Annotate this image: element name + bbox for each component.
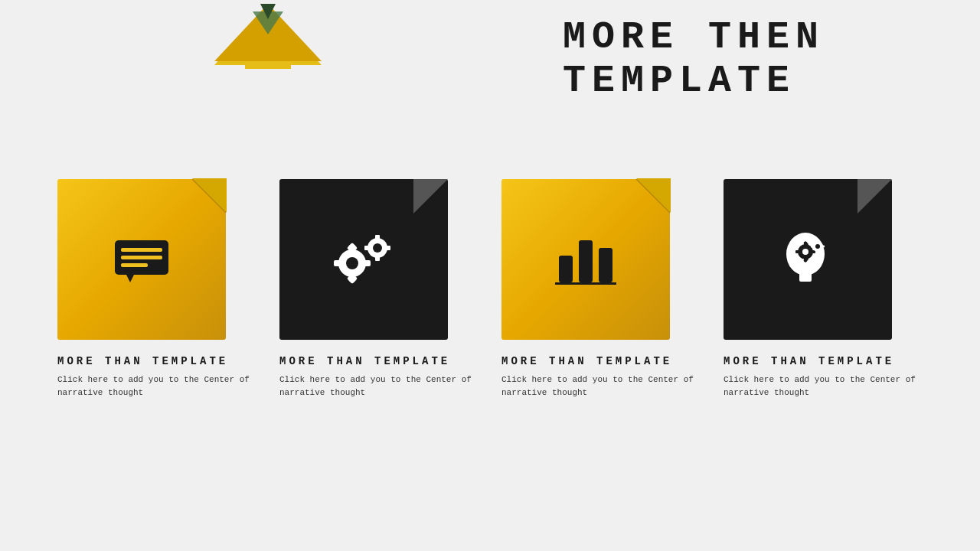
svg-rect-25: [559, 256, 573, 282]
svg-rect-21: [375, 235, 380, 242]
svg-rect-44: [821, 246, 825, 248]
svg-rect-28: [555, 282, 616, 285]
card-4-wrapper: MORE THAN TEMPLATE Click here to add you…: [724, 179, 923, 399]
chat-icon: [107, 225, 176, 294]
svg-rect-7: [121, 263, 148, 267]
svg-rect-22: [375, 254, 380, 261]
logo-arrow: [207, 4, 329, 73]
card-1-wrapper: MORE THAN TEMPLATE Click here to add you…: [57, 179, 256, 399]
svg-rect-43: [811, 246, 815, 248]
svg-point-32: [802, 249, 808, 255]
svg-rect-14: [361, 260, 371, 266]
card-2-desc: Click here to add you to the Center of n…: [279, 373, 479, 399]
card-3-desc: Click here to add you to the Center of n…: [501, 373, 701, 399]
svg-rect-6: [121, 256, 162, 259]
svg-marker-8: [126, 275, 134, 282]
svg-rect-30: [799, 272, 812, 282]
header-title: MORE THEN TEMPLATE: [563, 15, 980, 103]
card-4-corner: [858, 179, 892, 214]
card-4-title: MORE THAN TEMPLATE: [724, 355, 894, 367]
card-2-corner: [413, 179, 448, 214]
gears-icon: [325, 225, 402, 294]
card-3-title: MORE THAN TEMPLATE: [501, 355, 672, 367]
svg-point-10: [346, 257, 358, 269]
card-2[interactable]: [279, 179, 448, 340]
card-2-title: MORE THAN TEMPLATE: [279, 355, 450, 367]
chart-icon: [551, 225, 620, 294]
svg-rect-5: [121, 248, 162, 252]
svg-rect-42: [817, 249, 819, 253]
card-3[interactable]: [501, 179, 670, 340]
card-1-corner: [191, 179, 226, 214]
card-1-desc: Click here to add you to the Center of n…: [57, 373, 256, 399]
card-3-corner: [635, 179, 670, 214]
svg-rect-41: [817, 240, 819, 243]
svg-rect-13: [334, 260, 343, 266]
svg-rect-27: [599, 248, 612, 282]
card-4[interactable]: [724, 179, 892, 340]
svg-rect-26: [579, 240, 593, 282]
cards-container: MORE THAN TEMPLATE Click here to add you…: [0, 179, 980, 399]
card-4-desc: Click here to add you to the Center of n…: [724, 373, 923, 399]
card-1[interactable]: [57, 179, 226, 340]
card-3-wrapper: MORE THAN TEMPLATE Click here to add you…: [501, 179, 701, 399]
svg-rect-35: [795, 250, 801, 253]
svg-rect-23: [364, 246, 371, 250]
card-2-wrapper: MORE THAN TEMPLATE Click here to add you…: [279, 179, 479, 399]
card-1-title: MORE THAN TEMPLATE: [57, 355, 228, 367]
svg-rect-24: [384, 246, 390, 250]
svg-point-20: [373, 243, 382, 253]
header: MORE THEN TEMPLATE: [0, 0, 980, 103]
svg-point-40: [815, 244, 820, 249]
mind-icon: [773, 225, 842, 294]
